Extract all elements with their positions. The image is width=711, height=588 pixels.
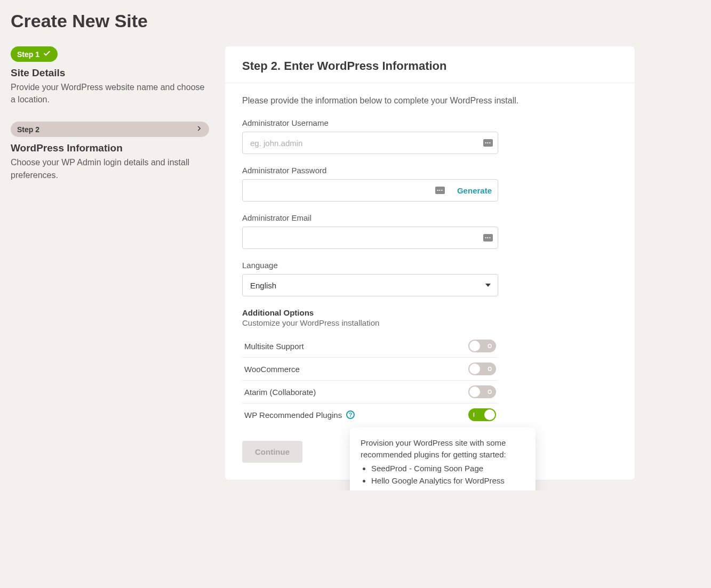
step-1-badge-label: Step 1 xyxy=(17,50,39,59)
help-icon[interactable]: ? xyxy=(346,410,355,419)
step-2-block[interactable]: Step 2 WordPress Information Choose your… xyxy=(11,122,209,181)
username-input[interactable] xyxy=(242,132,498,154)
tooltip-item: Hello Google Analytics for WordPress xyxy=(371,475,525,487)
form-card: Step 2. Enter WordPress Information Plea… xyxy=(225,46,635,480)
toggle-atarim[interactable]: O xyxy=(468,385,496,398)
option-multisite: Multisite Support O xyxy=(242,335,498,358)
step-1-badge: Step 1 xyxy=(11,46,58,62)
step-2-badge-label: Step 2 xyxy=(17,125,39,134)
form-heading: Step 2. Enter WordPress Information xyxy=(242,59,618,73)
language-value: English xyxy=(250,281,276,290)
form-intro: Please provide the information below to … xyxy=(242,96,618,106)
password-label: Administrator Password xyxy=(242,166,498,175)
option-label: Atarim (Collaborate) xyxy=(244,388,316,397)
email-label: Administrator Email xyxy=(242,213,498,222)
check-icon xyxy=(43,49,51,59)
email-input[interactable] xyxy=(242,227,498,249)
step-2-desc: Choose your WP Admin login details and i… xyxy=(11,156,209,181)
wizard-sidebar: Step 1 Site Details Provide your WordPre… xyxy=(11,46,209,197)
chevron-right-icon xyxy=(195,125,203,134)
username-label: Administrator Username xyxy=(242,118,498,127)
page-title: Create New Site xyxy=(11,11,700,31)
plugins-tooltip: Provision your WordPress site with some … xyxy=(350,428,536,490)
option-label: WP Recommended Plugins xyxy=(244,410,342,420)
continue-button[interactable]: Continue xyxy=(242,441,302,463)
caret-down-icon xyxy=(485,284,491,287)
autofill-icon[interactable] xyxy=(435,187,445,194)
option-recommended-plugins: WP Recommended Plugins ? I xyxy=(242,404,498,426)
step-2-title: WordPress Information xyxy=(11,142,209,154)
step-1-block[interactable]: Step 1 Site Details Provide your WordPre… xyxy=(11,46,209,106)
language-select[interactable]: English xyxy=(242,274,498,296)
tooltip-item: Optinmonster xyxy=(371,488,525,490)
language-label: Language xyxy=(242,261,498,270)
toggle-multisite[interactable]: O xyxy=(468,340,496,352)
options-title: Additional Options xyxy=(242,308,618,317)
tooltip-text: Provision your WordPress site with some … xyxy=(361,437,525,461)
step-2-badge[interactable]: Step 2 xyxy=(11,122,209,137)
generate-password-link[interactable]: Generate xyxy=(457,186,492,195)
step-1-desc: Provide your WordPress website name and … xyxy=(11,81,209,106)
autofill-icon[interactable] xyxy=(483,234,493,241)
option-label: Multisite Support xyxy=(244,342,304,351)
toggle-woocommerce[interactable]: O xyxy=(468,363,496,375)
step-1-title: Site Details xyxy=(11,67,209,79)
option-label: WooCommerce xyxy=(244,365,300,374)
option-atarim: Atarim (Collaborate) O xyxy=(242,381,498,404)
tooltip-item: SeedProd - Coming Soon Page xyxy=(371,463,525,474)
autofill-icon[interactable] xyxy=(483,139,493,147)
options-desc: Customize your WordPress installation xyxy=(242,318,618,327)
option-woocommerce: WooCommerce O xyxy=(242,358,498,381)
toggle-recommended-plugins[interactable]: I xyxy=(468,408,496,421)
